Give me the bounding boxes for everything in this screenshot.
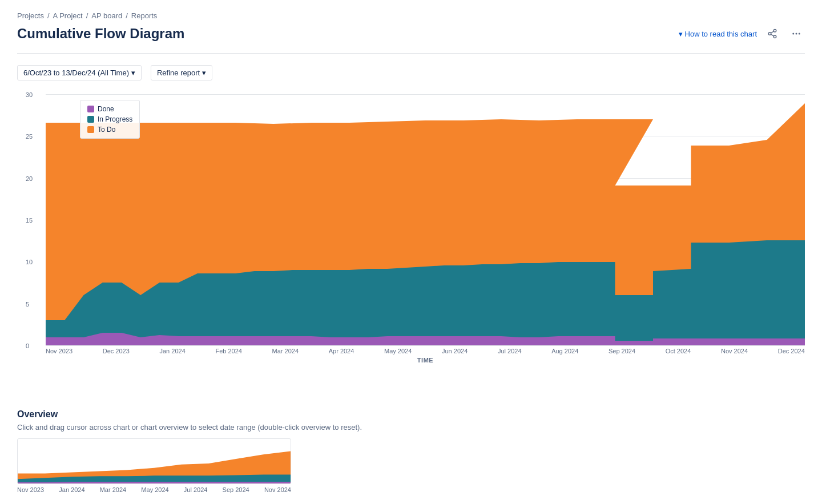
dropdown-arrow-icon: ▾ xyxy=(131,68,135,77)
more-icon xyxy=(791,29,801,39)
x-tick-oct24: Oct 2024 xyxy=(666,348,691,354)
svg-point-6 xyxy=(796,33,797,35)
svg-line-3 xyxy=(771,34,773,36)
overview-hint: Click and drag cursor across chart or ch… xyxy=(17,423,805,432)
overview-svg xyxy=(18,439,291,483)
y-label-20: 20 xyxy=(26,175,33,182)
share-icon xyxy=(767,29,777,39)
chart-container: NUMBER OF ISSUES 30 25 20 15 10 xyxy=(17,94,805,398)
legend-inprogress: In Progress xyxy=(87,115,132,123)
legend-label-todo: To Do xyxy=(98,126,115,134)
x-tick-nov23: Nov 2023 xyxy=(46,348,72,354)
header-actions: ▾ How to read this chart xyxy=(679,26,805,41)
legend-label-done: Done xyxy=(98,105,114,113)
x-tick-may24: May 2024 xyxy=(384,348,412,354)
overview-x-axis: Nov 2023 Jan 2024 Mar 2024 May 2024 Jul … xyxy=(17,486,291,493)
main-chart-svg xyxy=(46,94,805,345)
overview-chart[interactable] xyxy=(17,438,291,484)
x-tick-dec23: Dec 2023 xyxy=(103,348,130,354)
breadcrumb-projects[interactable]: Projects xyxy=(17,11,44,20)
x-tick-sep24: Sep 2024 xyxy=(609,348,635,354)
legend-color-todo xyxy=(87,126,94,133)
svg-point-1 xyxy=(768,33,771,35)
ov-tick-jul24: Jul 2024 xyxy=(184,486,208,493)
grid-line-0: 0 xyxy=(46,345,805,346)
filters-bar: 6/Oct/23 to 13/Dec/24 (All Time) ▾ Refin… xyxy=(17,65,805,80)
x-tick-feb24: Feb 2024 xyxy=(215,348,241,354)
legend-label-inprogress: In Progress xyxy=(98,115,132,123)
x-tick-dec24: Dec 2024 xyxy=(778,348,805,354)
svg-line-4 xyxy=(771,31,773,33)
chart-area: NUMBER OF ISSUES 30 25 20 15 10 xyxy=(46,94,805,345)
breadcrumb-current: Reports xyxy=(131,11,158,20)
y-label-30: 30 xyxy=(26,91,33,98)
more-button[interactable] xyxy=(788,26,805,41)
x-tick-aug24: Aug 2024 xyxy=(551,348,578,354)
svg-point-2 xyxy=(773,35,776,38)
chart-legend: Done In Progress To Do xyxy=(80,100,140,139)
y-label-0: 0 xyxy=(26,342,29,349)
chevron-down-icon: ▾ xyxy=(679,30,683,38)
ov-tick-mar24: Mar 2024 xyxy=(100,486,126,493)
x-tick-nov24: Nov 2024 xyxy=(721,348,748,354)
x-axis-ticks: Nov 2023 Dec 2023 Jan 2024 Feb 2024 Mar … xyxy=(46,348,805,364)
ov-tick-nov23: Nov 2023 xyxy=(17,486,44,493)
x-axis-label: TIME xyxy=(46,357,805,364)
overview-section: Overview Click and drag cursor across ch… xyxy=(17,409,805,493)
chart-inner: 30 25 20 15 10 5 0 xyxy=(46,94,805,345)
x-tick-jul24: Jul 2024 xyxy=(498,348,522,354)
legend-todo: To Do xyxy=(87,126,132,134)
ov-tick-jan24: Jan 2024 xyxy=(59,486,84,493)
svg-point-7 xyxy=(799,33,800,35)
overview-title: Overview xyxy=(17,409,805,420)
breadcrumb-project[interactable]: A Project xyxy=(53,11,83,20)
date-range-filter[interactable]: 6/Oct/23 to 13/Dec/24 (All Time) ▾ xyxy=(17,65,142,80)
share-button[interactable] xyxy=(764,26,781,41)
breadcrumb-board[interactable]: AP board xyxy=(91,11,122,20)
dropdown-arrow-icon-2: ▾ xyxy=(202,68,206,77)
legend-done: Done xyxy=(87,105,132,113)
svg-point-5 xyxy=(792,33,794,35)
x-tick-jan24: Jan 2024 xyxy=(160,348,186,354)
breadcrumb: Projects / A Project / AP board / Report… xyxy=(17,11,805,20)
ov-tick-nov24: Nov 2024 xyxy=(264,486,291,493)
y-label-10: 10 xyxy=(26,259,33,265)
y-label-5: 5 xyxy=(26,301,29,308)
legend-color-done xyxy=(87,106,94,112)
y-label-25: 25 xyxy=(26,133,33,140)
how-to-link[interactable]: ▾ How to read this chart xyxy=(679,30,757,38)
y-label-15: 15 xyxy=(26,217,33,224)
page-header: Cumulative Flow Diagram ▾ How to read th… xyxy=(17,26,805,42)
header-divider xyxy=(17,53,805,54)
x-tick-jun24: Jun 2024 xyxy=(442,348,468,354)
refine-report-filter[interactable]: Refine report ▾ xyxy=(151,65,212,80)
ov-tick-may24: May 2024 xyxy=(141,486,168,493)
x-tick-mar24: Mar 2024 xyxy=(272,348,299,354)
page-container: Projects / A Project / AP board / Report… xyxy=(0,0,822,504)
svg-point-0 xyxy=(773,30,776,33)
legend-color-inprogress xyxy=(87,116,94,123)
page-title: Cumulative Flow Diagram xyxy=(17,26,184,42)
x-tick-apr24: Apr 2024 xyxy=(329,348,354,354)
ov-tick-sep24: Sep 2024 xyxy=(223,486,249,493)
